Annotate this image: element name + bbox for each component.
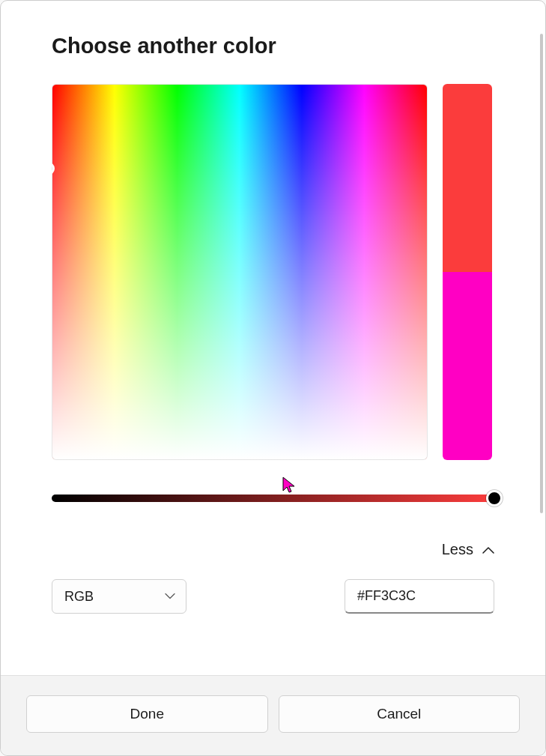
hex-input[interactable]: [345, 579, 494, 614]
color-model-select[interactable]: RGB: [52, 579, 186, 614]
color-model-value: RGB: [64, 589, 94, 605]
current-color-swatch[interactable]: [443, 84, 492, 272]
scrollbar[interactable]: [540, 34, 543, 513]
value-slider-thumb[interactable]: [486, 490, 503, 506]
inputs-row: RGB: [52, 579, 494, 614]
color-swatches: [443, 84, 492, 460]
chevron-down-icon: [165, 593, 175, 600]
previous-color-swatch[interactable]: [443, 272, 492, 460]
chevron-up-icon: [482, 546, 494, 554]
cancel-button[interactable]: Cancel: [279, 695, 521, 733]
dialog-content: Choose another color Less RGB: [1, 1, 545, 675]
spectrum-thumb[interactable]: [41, 162, 55, 175]
toggle-details-label: Less: [442, 541, 473, 558]
value-slider-track: [52, 495, 494, 502]
spectrum-canvas[interactable]: [52, 84, 428, 460]
dialog-footer: Done Cancel: [1, 675, 545, 755]
toggle-details[interactable]: Less: [52, 541, 494, 558]
done-button[interactable]: Done: [26, 695, 268, 733]
dialog-title: Choose another color: [52, 34, 494, 58]
value-slider[interactable]: [52, 492, 494, 505]
picker-row: [52, 84, 494, 460]
color-picker-dialog: Choose another color Less RGB: [0, 0, 546, 756]
